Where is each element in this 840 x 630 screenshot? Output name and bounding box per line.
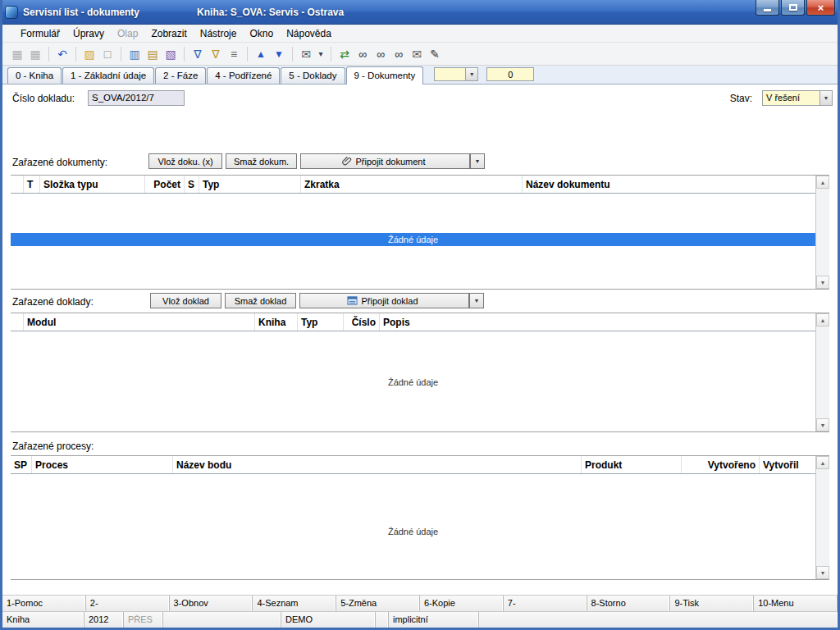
tags-icon[interactable]: ≡ [226, 46, 242, 62]
column-header-sp[interactable]: SP [11, 456, 32, 473]
fkey-6-kopie[interactable]: 6-Kopie [420, 596, 504, 611]
column-header-cislo[interactable]: Číslo [344, 313, 380, 331]
attach-voucher-dropdown-button[interactable]: ▼ [469, 293, 484, 308]
vertical-scrollbar[interactable]: ▲ ▼ [815, 176, 829, 289]
status-combobox[interactable]: V řešení ▼ [762, 90, 833, 106]
vertical-scrollbar[interactable]: ▲ ▼ [815, 313, 829, 431]
maximize-icon [789, 4, 797, 11]
tab-zakladni-udaje[interactable]: 1 - Základní údaje [62, 67, 154, 84]
tab-kniha[interactable]: 0 - Kniha [7, 67, 62, 84]
find-next-icon[interactable]: ∞ [372, 46, 389, 62]
filter-icon[interactable]: ∇ [189, 46, 206, 62]
scroll-down-button[interactable]: ▼ [816, 418, 829, 431]
edit-note-icon[interactable]: ✎ [427, 46, 443, 62]
fkey-9-tisk[interactable]: 9-Tisk [670, 596, 754, 611]
move-up-icon[interactable]: ▲ [253, 46, 269, 62]
column-header-kniha[interactable]: Kniha [255, 313, 298, 331]
column-header-popis[interactable]: Popis [380, 313, 815, 331]
column-header-selector[interactable] [11, 313, 24, 331]
minimize-icon [764, 9, 771, 11]
menu-upravy[interactable]: Úpravy [66, 26, 111, 41]
copy-icon[interactable]: ▥ [126, 46, 143, 62]
minimize-button[interactable] [756, 0, 779, 16]
notebook-icon[interactable]: ▧ [162, 46, 179, 62]
column-header-typ[interactable]: Typ [298, 313, 344, 331]
paste-icon[interactable]: ▤ [144, 46, 161, 62]
empty-data-row: Žádné údaje [11, 376, 815, 389]
export-icon[interactable]: ⇄ [336, 46, 353, 62]
close-button[interactable]: × [806, 0, 835, 16]
column-header-proces[interactable]: Proces [32, 456, 173, 473]
maximize-button[interactable] [781, 0, 805, 16]
vouchers-section-label: Zařazené doklady: [12, 296, 94, 308]
delete-document-button[interactable]: Smaž dokum. [226, 153, 297, 169]
quick-filter-combobox[interactable]: ▼ [434, 67, 478, 81]
column-header-selector[interactable] [11, 176, 24, 193]
chevron-down-icon[interactable]: ▼ [465, 68, 477, 80]
mail-dropdown-icon[interactable]: ▾ [316, 46, 326, 62]
fkey-2[interactable]: 2- [86, 596, 170, 611]
attach-document-dropdown-button[interactable]: ▼ [470, 153, 485, 169]
tab-dokumenty[interactable]: 9 - Dokumenty [346, 66, 424, 84]
fkey-4-seznam[interactable]: 4-Seznam [253, 596, 336, 611]
open-folder-icon[interactable]: ▨ [81, 46, 98, 62]
fkey-7[interactable]: 7- [504, 596, 587, 611]
menu-napoveda[interactable]: Nápověda [280, 26, 338, 41]
column-header-vytvoril[interactable]: Vytvořil [760, 456, 815, 473]
toolbar-separator [247, 47, 248, 62]
insert-voucher-button[interactable]: Vlož doklad [150, 293, 221, 308]
undo-icon[interactable]: ↶ [54, 46, 71, 62]
tab-faze[interactable]: 2 - Fáze [155, 67, 206, 84]
move-down-icon[interactable]: ▼ [271, 46, 287, 62]
insert-document-button[interactable]: Vlož doku. (x) [148, 153, 222, 169]
filter-add-icon[interactable]: ∇ [208, 46, 224, 62]
fkey-10-menu[interactable]: 10-Menu [754, 596, 838, 611]
document-number-field[interactable]: S_OVA/2012/7 [88, 90, 185, 106]
column-header-modul[interactable]: Modul [24, 313, 255, 331]
new-document-icon[interactable]: □ [99, 46, 116, 62]
menu-formular[interactable]: Formulář [14, 26, 66, 41]
app-icon [5, 6, 18, 19]
scroll-up-button[interactable]: ▲ [816, 176, 829, 189]
column-header-pocet[interactable]: Počet [145, 176, 185, 193]
tab-podrizene[interactable]: 4 - Podřízené [207, 67, 280, 84]
fkey-3-obnov[interactable]: 3-Obnov [170, 596, 253, 611]
mail-send-icon[interactable]: ✉ [298, 46, 314, 62]
chevron-down-icon[interactable]: ▼ [819, 91, 832, 105]
menu-nastroje[interactable]: Nástroje [194, 26, 244, 41]
scroll-down-button[interactable]: ▼ [816, 276, 829, 289]
find-icon[interactable]: ∞ [354, 46, 371, 62]
fkey-5-zmena[interactable]: 5-Změna [336, 596, 420, 611]
menu-zobrazit[interactable]: Zobrazit [144, 26, 193, 41]
record-count-field[interactable]: 0 [486, 67, 534, 81]
fkey-8-storno[interactable]: 8-Storno [587, 596, 671, 611]
column-header-t[interactable]: T [24, 176, 40, 193]
menu-okno[interactable]: Okno [243, 26, 280, 41]
mail-icon[interactable]: ✉ [409, 46, 425, 62]
attach-voucher-button[interactable]: Připojit doklad [299, 293, 469, 308]
column-header-zkratka[interactable]: Zkratka [301, 176, 523, 193]
vouchers-table: Modul Kniha Typ Číslo Popis Žádné údaje … [11, 313, 829, 432]
scroll-up-button[interactable]: ▲ [816, 313, 829, 326]
status-mode: PŘES [124, 612, 163, 628]
find-all-icon[interactable]: ∞ [390, 46, 407, 62]
status-profile: implicitní [389, 612, 479, 628]
column-header-produkt[interactable]: Produkt [582, 456, 682, 473]
column-header-nazev-bodu[interactable]: Název bodu [173, 456, 582, 473]
vertical-scrollbar[interactable]: ▲ ▼ [815, 456, 829, 579]
fkey-1-pomoc[interactable]: 1-Pomoc [2, 596, 86, 611]
column-header-nazev-dokumentu[interactable]: Název dokumentu [523, 176, 815, 193]
window-title: Servisní list - dokumenty [23, 7, 139, 18]
column-header-slozka-typu[interactable]: Složka typu [40, 176, 145, 193]
attach-document-button[interactable]: Připojit dokument [300, 153, 470, 169]
scroll-down-button[interactable]: ▼ [816, 566, 829, 579]
scroll-up-button[interactable]: ▲ [816, 456, 829, 469]
tab-doklady[interactable]: 5 - Doklady [281, 67, 345, 84]
delete-voucher-button[interactable]: Smaž doklad [225, 293, 296, 308]
document-number-label: Číslo dokladu: [12, 93, 75, 104]
column-header-s[interactable]: S [185, 176, 199, 193]
toolbar: ▦ ▦ ↶ ▨ □ ▥ ▤ ▧ ∇ ∇ ≡ ▲ ▼ ✉ ▾ ⇄ ∞ ∞ ∞ ✉ … [2, 43, 838, 66]
column-header-vytvoreno[interactable]: Vytvořeno [682, 456, 760, 473]
column-header-typ[interactable]: Typ [199, 176, 301, 193]
documents-table: T Složka typu Počet S Typ Zkratka Název … [11, 175, 829, 290]
